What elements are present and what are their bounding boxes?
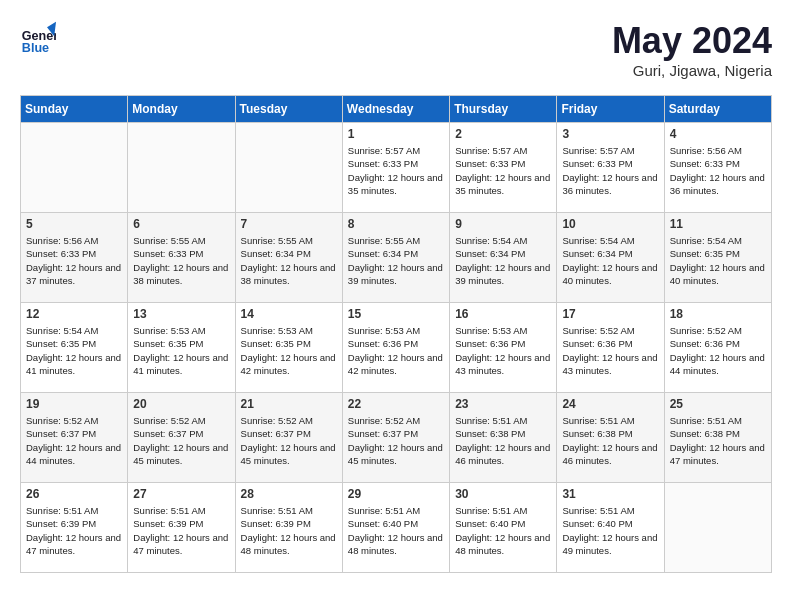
calendar-cell: 29Sunrise: 5:51 AMSunset: 6:40 PMDayligh…: [342, 483, 449, 573]
day-number: 27: [133, 487, 229, 501]
day-info: Sunrise: 5:57 AMSunset: 6:33 PMDaylight:…: [348, 144, 444, 197]
day-info: Sunrise: 5:52 AMSunset: 6:37 PMDaylight:…: [133, 414, 229, 467]
calendar-cell: 13Sunrise: 5:53 AMSunset: 6:35 PMDayligh…: [128, 303, 235, 393]
day-number: 10: [562, 217, 658, 231]
calendar-cell: 26Sunrise: 5:51 AMSunset: 6:39 PMDayligh…: [21, 483, 128, 573]
day-number: 24: [562, 397, 658, 411]
day-info: Sunrise: 5:57 AMSunset: 6:33 PMDaylight:…: [562, 144, 658, 197]
day-number: 26: [26, 487, 122, 501]
day-number: 5: [26, 217, 122, 231]
calendar-cell: 20Sunrise: 5:52 AMSunset: 6:37 PMDayligh…: [128, 393, 235, 483]
day-number: 28: [241, 487, 337, 501]
day-info: Sunrise: 5:51 AMSunset: 6:38 PMDaylight:…: [455, 414, 551, 467]
calendar-cell: 23Sunrise: 5:51 AMSunset: 6:38 PMDayligh…: [450, 393, 557, 483]
day-number: 13: [133, 307, 229, 321]
day-info: Sunrise: 5:54 AMSunset: 6:35 PMDaylight:…: [26, 324, 122, 377]
day-info: Sunrise: 5:51 AMSunset: 6:39 PMDaylight:…: [26, 504, 122, 557]
weekday-header: Monday: [128, 96, 235, 123]
month-year: May 2024: [612, 20, 772, 62]
calendar-cell: 30Sunrise: 5:51 AMSunset: 6:40 PMDayligh…: [450, 483, 557, 573]
day-info: Sunrise: 5:53 AMSunset: 6:35 PMDaylight:…: [241, 324, 337, 377]
calendar-cell: 18Sunrise: 5:52 AMSunset: 6:36 PMDayligh…: [664, 303, 771, 393]
calendar-cell: 3Sunrise: 5:57 AMSunset: 6:33 PMDaylight…: [557, 123, 664, 213]
day-number: 19: [26, 397, 122, 411]
day-info: Sunrise: 5:53 AMSunset: 6:36 PMDaylight:…: [348, 324, 444, 377]
logo-icon: General Blue: [20, 20, 56, 56]
day-number: 8: [348, 217, 444, 231]
weekday-header: Wednesday: [342, 96, 449, 123]
day-info: Sunrise: 5:55 AMSunset: 6:33 PMDaylight:…: [133, 234, 229, 287]
day-number: 7: [241, 217, 337, 231]
calendar-cell: 31Sunrise: 5:51 AMSunset: 6:40 PMDayligh…: [557, 483, 664, 573]
calendar-cell: 27Sunrise: 5:51 AMSunset: 6:39 PMDayligh…: [128, 483, 235, 573]
calendar-cell: 9Sunrise: 5:54 AMSunset: 6:34 PMDaylight…: [450, 213, 557, 303]
day-info: Sunrise: 5:54 AMSunset: 6:35 PMDaylight:…: [670, 234, 766, 287]
day-number: 11: [670, 217, 766, 231]
day-number: 22: [348, 397, 444, 411]
calendar-cell: 19Sunrise: 5:52 AMSunset: 6:37 PMDayligh…: [21, 393, 128, 483]
day-info: Sunrise: 5:52 AMSunset: 6:36 PMDaylight:…: [670, 324, 766, 377]
calendar-cell: 17Sunrise: 5:52 AMSunset: 6:36 PMDayligh…: [557, 303, 664, 393]
day-number: 21: [241, 397, 337, 411]
calendar-cell: 7Sunrise: 5:55 AMSunset: 6:34 PMDaylight…: [235, 213, 342, 303]
title-block: May 2024 Guri, Jigawa, Nigeria: [612, 20, 772, 79]
calendar-cell: 16Sunrise: 5:53 AMSunset: 6:36 PMDayligh…: [450, 303, 557, 393]
day-info: Sunrise: 5:54 AMSunset: 6:34 PMDaylight:…: [562, 234, 658, 287]
page-header: General Blue May 2024 Guri, Jigawa, Nige…: [20, 20, 772, 79]
day-info: Sunrise: 5:51 AMSunset: 6:40 PMDaylight:…: [348, 504, 444, 557]
calendar-cell: [128, 123, 235, 213]
day-number: 16: [455, 307, 551, 321]
day-number: 6: [133, 217, 229, 231]
day-info: Sunrise: 5:53 AMSunset: 6:35 PMDaylight:…: [133, 324, 229, 377]
weekday-header: Saturday: [664, 96, 771, 123]
day-number: 9: [455, 217, 551, 231]
calendar-cell: 1Sunrise: 5:57 AMSunset: 6:33 PMDaylight…: [342, 123, 449, 213]
calendar-cell: 2Sunrise: 5:57 AMSunset: 6:33 PMDaylight…: [450, 123, 557, 213]
calendar-cell: [235, 123, 342, 213]
weekday-header: Tuesday: [235, 96, 342, 123]
day-number: 29: [348, 487, 444, 501]
calendar-cell: [664, 483, 771, 573]
day-info: Sunrise: 5:51 AMSunset: 6:39 PMDaylight:…: [241, 504, 337, 557]
day-info: Sunrise: 5:55 AMSunset: 6:34 PMDaylight:…: [241, 234, 337, 287]
day-number: 17: [562, 307, 658, 321]
day-number: 14: [241, 307, 337, 321]
day-info: Sunrise: 5:57 AMSunset: 6:33 PMDaylight:…: [455, 144, 551, 197]
day-info: Sunrise: 5:53 AMSunset: 6:36 PMDaylight:…: [455, 324, 551, 377]
calendar-cell: 21Sunrise: 5:52 AMSunset: 6:37 PMDayligh…: [235, 393, 342, 483]
calendar-cell: 10Sunrise: 5:54 AMSunset: 6:34 PMDayligh…: [557, 213, 664, 303]
day-number: 25: [670, 397, 766, 411]
calendar-cell: [21, 123, 128, 213]
svg-text:Blue: Blue: [22, 41, 49, 55]
calendar-cell: 14Sunrise: 5:53 AMSunset: 6:35 PMDayligh…: [235, 303, 342, 393]
calendar-cell: 15Sunrise: 5:53 AMSunset: 6:36 PMDayligh…: [342, 303, 449, 393]
calendar-cell: 5Sunrise: 5:56 AMSunset: 6:33 PMDaylight…: [21, 213, 128, 303]
day-number: 12: [26, 307, 122, 321]
weekday-header: Friday: [557, 96, 664, 123]
weekday-header: Sunday: [21, 96, 128, 123]
day-number: 1: [348, 127, 444, 141]
day-number: 2: [455, 127, 551, 141]
day-info: Sunrise: 5:51 AMSunset: 6:40 PMDaylight:…: [455, 504, 551, 557]
calendar-cell: 6Sunrise: 5:55 AMSunset: 6:33 PMDaylight…: [128, 213, 235, 303]
day-info: Sunrise: 5:52 AMSunset: 6:37 PMDaylight:…: [26, 414, 122, 467]
day-info: Sunrise: 5:55 AMSunset: 6:34 PMDaylight:…: [348, 234, 444, 287]
calendar-cell: 11Sunrise: 5:54 AMSunset: 6:35 PMDayligh…: [664, 213, 771, 303]
location: Guri, Jigawa, Nigeria: [612, 62, 772, 79]
day-info: Sunrise: 5:52 AMSunset: 6:37 PMDaylight:…: [241, 414, 337, 467]
calendar-cell: 28Sunrise: 5:51 AMSunset: 6:39 PMDayligh…: [235, 483, 342, 573]
calendar-cell: 22Sunrise: 5:52 AMSunset: 6:37 PMDayligh…: [342, 393, 449, 483]
day-info: Sunrise: 5:51 AMSunset: 6:38 PMDaylight:…: [562, 414, 658, 467]
day-info: Sunrise: 5:56 AMSunset: 6:33 PMDaylight:…: [670, 144, 766, 197]
day-number: 18: [670, 307, 766, 321]
day-number: 31: [562, 487, 658, 501]
calendar-cell: 25Sunrise: 5:51 AMSunset: 6:38 PMDayligh…: [664, 393, 771, 483]
day-info: Sunrise: 5:51 AMSunset: 6:38 PMDaylight:…: [670, 414, 766, 467]
day-info: Sunrise: 5:51 AMSunset: 6:40 PMDaylight:…: [562, 504, 658, 557]
calendar-cell: 8Sunrise: 5:55 AMSunset: 6:34 PMDaylight…: [342, 213, 449, 303]
day-number: 15: [348, 307, 444, 321]
calendar-table: SundayMondayTuesdayWednesdayThursdayFrid…: [20, 95, 772, 573]
calendar-cell: 4Sunrise: 5:56 AMSunset: 6:33 PMDaylight…: [664, 123, 771, 213]
calendar-cell: 24Sunrise: 5:51 AMSunset: 6:38 PMDayligh…: [557, 393, 664, 483]
day-number: 20: [133, 397, 229, 411]
